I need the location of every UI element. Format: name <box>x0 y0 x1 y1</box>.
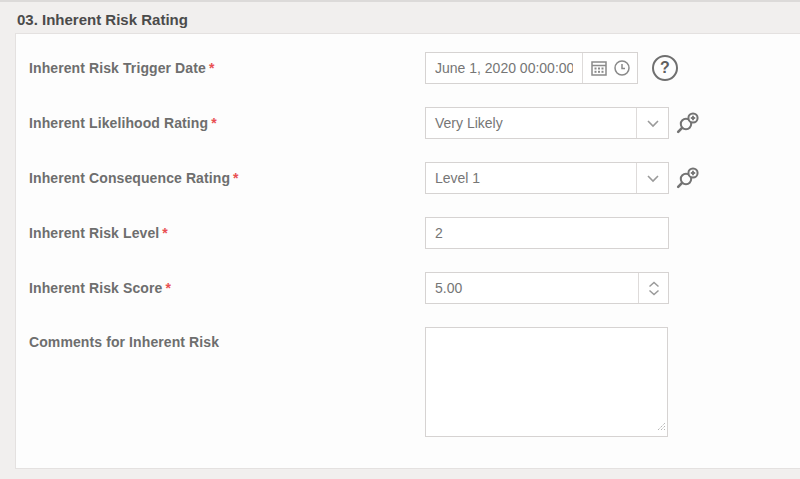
comments-label: Comments for Inherent Risk <box>29 327 425 350</box>
required-asterisk: * <box>165 280 171 296</box>
risk-level-label: Inherent Risk Level* <box>29 225 425 241</box>
form-panel: Inherent Risk Trigger Date* <box>15 33 800 469</box>
chevron-up-icon[interactable] <box>648 281 660 288</box>
risk-level-input[interactable] <box>426 225 668 241</box>
row-comments: Comments for Inherent Risk <box>29 327 800 437</box>
resize-grip-icon[interactable] <box>655 417 666 435</box>
required-asterisk: * <box>162 225 168 241</box>
risk-score-input-group <box>425 272 669 304</box>
row-consequence-rating: Inherent Consequence Rating* Level 1 <box>29 162 800 194</box>
trigger-date-input[interactable] <box>426 60 582 76</box>
magnifier-plus-icon[interactable] <box>676 166 700 190</box>
consequence-rating-select[interactable]: Level 1 <box>425 162 669 194</box>
row-risk-score: Inherent Risk Score* <box>29 272 800 304</box>
likelihood-rating-select[interactable]: Very Likely <box>425 107 669 139</box>
comments-textarea-wrap <box>425 327 668 437</box>
clock-icon[interactable] <box>613 59 631 77</box>
inherent-risk-rating-page: 03. Inherent Risk Rating Inherent Risk T… <box>0 0 800 479</box>
comments-textarea[interactable] <box>426 328 667 436</box>
chevron-down-icon[interactable] <box>636 163 668 193</box>
chevron-down-icon[interactable] <box>636 108 668 138</box>
likelihood-rating-label: Inherent Likelihood Rating* <box>29 115 425 131</box>
likelihood-rating-value: Very Likely <box>426 115 636 131</box>
risk-score-label: Inherent Risk Score* <box>29 280 425 296</box>
number-spinner <box>638 273 668 303</box>
row-likelihood-rating: Inherent Likelihood Rating* Very Likely <box>29 107 800 139</box>
trigger-date-label: Inherent Risk Trigger Date* <box>29 60 425 76</box>
help-icon[interactable]: ? <box>652 55 678 81</box>
magnifier-plus-icon[interactable] <box>676 111 700 135</box>
consequence-rating-value: Level 1 <box>426 170 636 186</box>
row-risk-level: Inherent Risk Level* <box>29 217 800 249</box>
chevron-down-icon[interactable] <box>648 289 660 296</box>
row-trigger-date: Inherent Risk Trigger Date* <box>29 52 800 84</box>
required-asterisk: * <box>209 60 215 76</box>
risk-score-input[interactable] <box>426 280 638 296</box>
calendar-icon[interactable] <box>590 59 608 77</box>
trigger-date-input-group <box>425 52 638 84</box>
consequence-rating-label: Inherent Consequence Rating* <box>29 170 425 186</box>
required-asterisk: * <box>233 170 239 186</box>
required-asterisk: * <box>211 115 217 131</box>
section-title: 03. Inherent Risk Rating <box>0 2 800 33</box>
date-time-picker-buttons <box>582 53 637 83</box>
risk-level-input-group <box>425 217 669 249</box>
